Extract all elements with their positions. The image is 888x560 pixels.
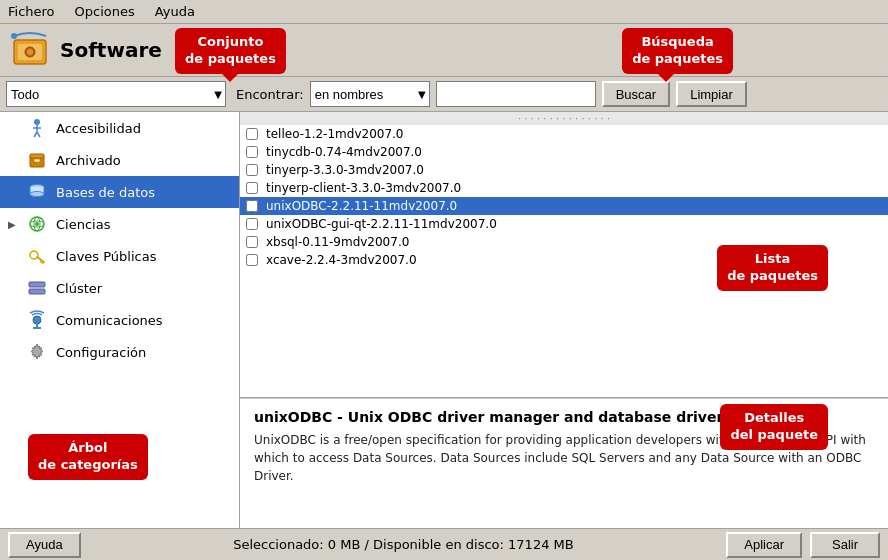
tooltip-busqueda: Búsquedade paquetes [622, 28, 733, 74]
ayuda-button[interactable]: Ayuda [8, 532, 81, 558]
sidebar-item-archivado[interactable]: Archivado [0, 144, 239, 176]
package-name-tinyerp-client: tinyerp-client-3.3.0-3mdv2007.0 [266, 181, 882, 195]
svg-point-4 [11, 33, 17, 39]
package-checkbox-tinyerp-client[interactable] [246, 182, 258, 194]
toolbar: Todo Instalados No instalados Actualizac… [0, 77, 888, 112]
search-input[interactable] [436, 81, 596, 107]
package-item-unixodbc[interactable]: unixODBC-2.2.11-11mdv2007.0 [240, 197, 888, 215]
configuracion-icon [26, 341, 48, 363]
svg-rect-7 [30, 154, 44, 158]
app-icon [10, 30, 50, 70]
sidebar-item-comunicaciones[interactable]: Comunicaciones [0, 304, 239, 336]
menu-ayuda[interactable]: Ayuda [151, 2, 199, 21]
salir-button[interactable]: Salir [810, 532, 880, 558]
search-type-select[interactable]: en nombres en descripciones en archivos [310, 81, 430, 107]
sidebar-label-claves-publicas: Claves Públicas [56, 249, 156, 264]
tooltip-detalles: Detallesdel paquete [720, 404, 828, 450]
menu-opciones[interactable]: Opciones [71, 2, 139, 21]
package-checkbox-xcave[interactable] [246, 254, 258, 266]
header: Software [0, 24, 888, 77]
sidebar-label-ciencias: Ciencias [56, 217, 110, 232]
package-checkbox-tinycdb[interactable] [246, 146, 258, 158]
expand-arrow: ▶ [8, 219, 18, 230]
package-checkbox-unixodbc[interactable] [246, 200, 258, 212]
sidebar-item-ciencias[interactable]: ▶ Ciencias [0, 208, 239, 240]
sidebar-item-bases-de-datos[interactable]: Bases de datos [0, 176, 239, 208]
cluster-icon [26, 277, 48, 299]
aplicar-button[interactable]: Aplicar [726, 532, 802, 558]
page-title: Software [60, 38, 162, 62]
ciencias-icon [26, 213, 48, 235]
sidebar-item-configuracion[interactable]: Configuración [0, 336, 239, 368]
sidebar-label-configuracion: Configuración [56, 345, 146, 360]
sidebar-item-cluster[interactable]: Clúster [0, 272, 239, 304]
limpiar-button[interactable]: Limpiar [676, 81, 747, 107]
right-panel: · · · · · · · · · · · · · · · telleo-1.2… [240, 112, 888, 528]
tooltip-arbol: Árbolde categorías [28, 434, 148, 480]
statusbar: Ayuda Seleccionado: 0 MB / Disponible en… [0, 528, 888, 560]
tooltip-conjunto: Conjuntode paquetes [175, 28, 286, 74]
sidebar-label-comunicaciones: Comunicaciones [56, 313, 163, 328]
svg-point-19 [42, 291, 44, 293]
package-name-unixodbc-gui: unixODBC-gui-qt-2.2.11-11mdv2007.0 [266, 217, 882, 231]
package-name-telleo: telleo-1.2-1mdv2007.0 [266, 127, 882, 141]
svg-point-18 [42, 284, 44, 286]
sidebar-item-accesibilidad[interactable]: Accesibilidad [0, 112, 239, 144]
package-item-tinyerp[interactable]: tinyerp-3.3.0-3mdv2007.0 [240, 161, 888, 179]
package-item-tinycdb[interactable]: tinycdb-0.74-4mdv2007.0 [240, 143, 888, 161]
svg-point-3 [27, 49, 33, 55]
menu-fichero[interactable]: Fichero [4, 2, 59, 21]
package-checkbox-unixodbc-gui[interactable] [246, 218, 258, 230]
svg-point-14 [35, 222, 39, 226]
encontrar-label: Encontrar: [236, 87, 304, 102]
package-checkbox-telleo[interactable] [246, 128, 258, 140]
svg-rect-8 [34, 159, 40, 162]
bases-de-datos-icon [26, 181, 48, 203]
comunicaciones-icon [26, 309, 48, 331]
menubar: Fichero Opciones Ayuda Conjuntode paquet… [0, 0, 888, 24]
status-info: Seleccionado: 0 MB / Disponible en disco… [89, 537, 719, 552]
svg-point-5 [34, 119, 40, 125]
package-item-tinyerp-client[interactable]: tinyerp-client-3.3.0-3mdv2007.0 [240, 179, 888, 197]
list-divider-top: · · · · · · · · · · · · · · · [240, 112, 888, 125]
tooltip-lista: Listade paquetes [717, 245, 828, 291]
package-checkbox-xbsql[interactable] [246, 236, 258, 248]
category-select-wrapper[interactable]: Todo Instalados No instalados Actualizac… [6, 81, 226, 107]
svg-point-20 [33, 316, 41, 324]
package-name-tinycdb: tinycdb-0.74-4mdv2007.0 [266, 145, 882, 159]
package-item-telleo[interactable]: telleo-1.2-1mdv2007.0 [240, 125, 888, 143]
package-name-unixodbc: unixODBC-2.2.11-11mdv2007.0 [266, 199, 882, 213]
package-item-unixodbc-gui[interactable]: unixODBC-gui-qt-2.2.11-11mdv2007.0 [240, 215, 888, 233]
search-type-wrapper[interactable]: en nombres en descripciones en archivos [310, 81, 430, 107]
package-checkbox-tinyerp[interactable] [246, 164, 258, 176]
sidebar-label-archivado: Archivado [56, 153, 121, 168]
archivado-icon [26, 149, 48, 171]
sidebar-label-accesibilidad: Accesibilidad [56, 121, 141, 136]
claves-publicas-icon [26, 245, 48, 267]
accesibilidad-icon [26, 117, 48, 139]
category-select[interactable]: Todo Instalados No instalados Actualizac… [6, 81, 226, 107]
sidebar-label-bases-de-datos: Bases de datos [56, 185, 155, 200]
sidebar-item-claves-publicas[interactable]: Claves Públicas [0, 240, 239, 272]
package-name-tinyerp: tinyerp-3.3.0-3mdv2007.0 [266, 163, 882, 177]
svg-point-10 [30, 192, 44, 197]
sidebar-label-cluster: Clúster [56, 281, 102, 296]
